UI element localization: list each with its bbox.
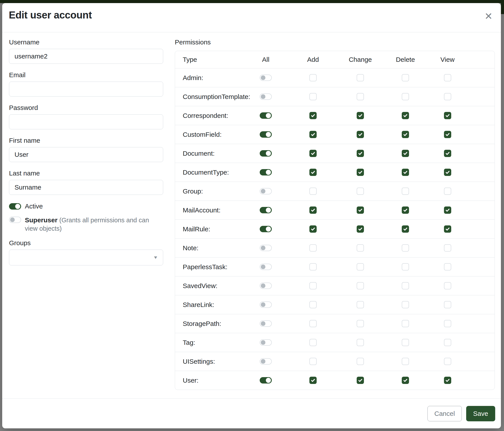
add-checkbox[interactable] bbox=[309, 74, 317, 81]
view-checkbox[interactable] bbox=[444, 207, 451, 214]
delete-checkbox[interactable] bbox=[402, 301, 409, 308]
add-checkbox[interactable] bbox=[309, 131, 317, 138]
all-toggle[interactable] bbox=[260, 112, 272, 119]
view-checkbox[interactable] bbox=[444, 358, 451, 365]
view-checkbox[interactable] bbox=[444, 131, 451, 138]
add-checkbox[interactable] bbox=[309, 225, 317, 233]
change-checkbox[interactable] bbox=[357, 225, 364, 233]
change-checkbox[interactable] bbox=[357, 74, 364, 81]
cancel-button[interactable]: Cancel bbox=[427, 406, 462, 421]
check-icon bbox=[311, 113, 315, 118]
delete-checkbox[interactable] bbox=[402, 320, 409, 327]
superuser-toggle[interactable] bbox=[9, 217, 21, 223]
delete-checkbox[interactable] bbox=[402, 93, 409, 100]
close-button[interactable]: ✕ bbox=[485, 11, 493, 21]
all-toggle[interactable] bbox=[260, 150, 272, 157]
add-checkbox[interactable] bbox=[309, 150, 317, 157]
change-checkbox[interactable] bbox=[357, 150, 364, 157]
permission-type-label: Admin: bbox=[175, 74, 242, 81]
groups-select[interactable]: ▼ bbox=[9, 250, 163, 265]
change-checkbox[interactable] bbox=[357, 207, 364, 214]
all-toggle[interactable] bbox=[260, 169, 272, 175]
delete-checkbox[interactable] bbox=[402, 169, 409, 176]
view-checkbox[interactable] bbox=[444, 150, 451, 157]
view-checkbox[interactable] bbox=[444, 169, 451, 176]
delete-checkbox[interactable] bbox=[402, 150, 409, 157]
save-button[interactable]: Save bbox=[466, 406, 495, 421]
all-toggle[interactable] bbox=[260, 188, 272, 194]
view-checkbox[interactable] bbox=[444, 93, 451, 100]
change-checkbox[interactable] bbox=[357, 244, 364, 251]
view-checkbox[interactable] bbox=[444, 339, 451, 346]
change-checkbox[interactable] bbox=[357, 358, 364, 365]
permission-type-label: UISettings: bbox=[175, 358, 242, 365]
add-checkbox[interactable] bbox=[309, 339, 317, 346]
all-toggle[interactable] bbox=[260, 245, 272, 251]
delete-checkbox[interactable] bbox=[402, 282, 409, 289]
add-checkbox[interactable] bbox=[309, 244, 317, 251]
change-checkbox[interactable] bbox=[357, 169, 364, 176]
all-toggle[interactable] bbox=[260, 320, 272, 327]
delete-checkbox[interactable] bbox=[402, 339, 409, 346]
view-checkbox[interactable] bbox=[444, 263, 451, 270]
add-checkbox[interactable] bbox=[309, 188, 317, 195]
change-checkbox[interactable] bbox=[357, 131, 364, 138]
change-checkbox[interactable] bbox=[357, 263, 364, 270]
change-checkbox[interactable] bbox=[357, 320, 364, 327]
add-checkbox[interactable] bbox=[309, 112, 317, 119]
all-toggle[interactable] bbox=[260, 207, 272, 213]
add-checkbox[interactable] bbox=[309, 301, 317, 308]
all-toggle[interactable] bbox=[260, 358, 272, 365]
all-toggle[interactable] bbox=[260, 93, 272, 100]
delete-checkbox[interactable] bbox=[402, 112, 409, 119]
change-checkbox[interactable] bbox=[357, 188, 364, 195]
all-toggle[interactable] bbox=[260, 283, 272, 289]
all-toggle[interactable] bbox=[260, 301, 272, 308]
change-checkbox[interactable] bbox=[357, 301, 364, 308]
all-toggle[interactable] bbox=[260, 74, 272, 81]
view-checkbox[interactable] bbox=[444, 244, 451, 251]
view-checkbox[interactable] bbox=[444, 112, 451, 119]
all-toggle[interactable] bbox=[260, 377, 272, 384]
change-checkbox[interactable] bbox=[357, 112, 364, 119]
view-checkbox[interactable] bbox=[444, 320, 451, 327]
delete-checkbox[interactable] bbox=[402, 377, 409, 384]
view-checkbox[interactable] bbox=[444, 188, 451, 195]
change-checkbox[interactable] bbox=[357, 93, 364, 100]
add-checkbox[interactable] bbox=[309, 93, 317, 100]
delete-checkbox[interactable] bbox=[402, 244, 409, 251]
view-checkbox[interactable] bbox=[444, 225, 451, 233]
toggle-knob bbox=[10, 217, 15, 222]
email-input[interactable] bbox=[9, 81, 163, 97]
all-toggle[interactable] bbox=[260, 339, 272, 346]
password-input[interactable] bbox=[9, 114, 163, 129]
all-toggle[interactable] bbox=[260, 131, 272, 138]
view-checkbox[interactable] bbox=[444, 74, 451, 81]
active-toggle[interactable] bbox=[9, 203, 21, 210]
add-checkbox[interactable] bbox=[309, 207, 317, 214]
delete-checkbox[interactable] bbox=[402, 358, 409, 365]
view-checkbox[interactable] bbox=[444, 377, 451, 384]
add-checkbox[interactable] bbox=[309, 263, 317, 270]
all-toggle[interactable] bbox=[260, 226, 272, 232]
delete-checkbox[interactable] bbox=[402, 131, 409, 138]
view-checkbox[interactable] bbox=[444, 282, 451, 289]
add-checkbox[interactable] bbox=[309, 169, 317, 176]
first-name-input[interactable] bbox=[9, 147, 163, 162]
add-checkbox[interactable] bbox=[309, 377, 317, 384]
view-checkbox[interactable] bbox=[444, 301, 451, 308]
change-checkbox[interactable] bbox=[357, 377, 364, 384]
delete-checkbox[interactable] bbox=[402, 74, 409, 81]
username-input[interactable] bbox=[9, 49, 163, 64]
change-checkbox[interactable] bbox=[357, 339, 364, 346]
all-toggle[interactable] bbox=[260, 264, 272, 270]
delete-checkbox[interactable] bbox=[402, 188, 409, 195]
add-checkbox[interactable] bbox=[309, 282, 317, 289]
add-checkbox[interactable] bbox=[309, 358, 317, 365]
delete-checkbox[interactable] bbox=[402, 207, 409, 214]
add-checkbox[interactable] bbox=[309, 320, 317, 327]
change-checkbox[interactable] bbox=[357, 282, 364, 289]
delete-checkbox[interactable] bbox=[402, 263, 409, 270]
delete-checkbox[interactable] bbox=[402, 225, 409, 233]
last-name-input[interactable] bbox=[9, 180, 163, 195]
